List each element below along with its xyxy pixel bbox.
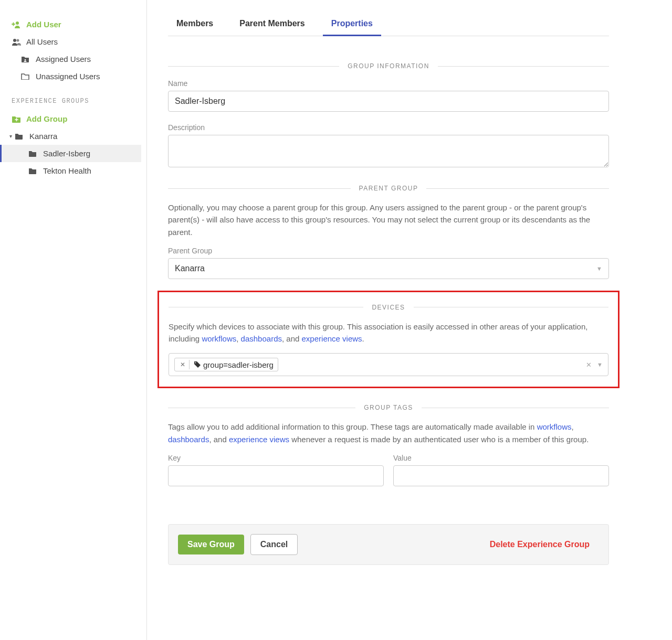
tabs: Members Parent Members Properties	[168, 13, 609, 36]
tag-value-input[interactable]	[393, 465, 609, 486]
link-workflows[interactable]: workflows	[537, 422, 572, 431]
link-workflows[interactable]: workflows	[202, 334, 236, 343]
section-group-information: GROUP INFORMATION	[168, 62, 609, 70]
sidebar-item-label: Add Group	[26, 114, 67, 123]
sidebar-groups-header: EXPERIENCE GROUPS	[5, 85, 141, 110]
sidebar-item-label: Add User	[26, 20, 61, 29]
link-experience-views[interactable]: experience views	[302, 334, 362, 343]
remove-tag-icon[interactable]: ✕	[176, 360, 190, 369]
add-user-icon	[12, 21, 22, 28]
parent-group-select[interactable]: Kanarra ▼	[168, 258, 609, 279]
group-tags-description: Tags allow you to add additional informa…	[168, 421, 609, 445]
sidebar-tree-kanarra[interactable]: ▾ Kanarra	[5, 127, 141, 145]
link-dashboards[interactable]: dashboards	[168, 435, 209, 444]
add-folder-icon	[12, 115, 22, 123]
section-parent-group: PARENT GROUP	[168, 185, 609, 192]
sidebar-add-group[interactable]: Add Group	[5, 110, 141, 127]
label-name: Name	[168, 79, 609, 88]
link-dashboards[interactable]: dashboards	[241, 334, 282, 343]
label-key: Key	[168, 454, 384, 462]
label-value: Value	[393, 454, 609, 462]
parent-group-value: Kanarra	[175, 264, 205, 273]
save-button[interactable]: Save Group	[178, 535, 244, 554]
tab-parent-members[interactable]: Parent Members	[231, 13, 313, 36]
device-tag-chip: ✕ group=sadler-isberg	[174, 358, 278, 371]
sidebar-tree-tekton-health[interactable]: Tekton Health	[5, 162, 141, 179]
svg-point-1	[13, 39, 16, 42]
svg-point-2	[17, 39, 19, 41]
caret-down-icon[interactable]: ▾	[7, 133, 14, 139]
sidebar-item-label: Kanarra	[29, 132, 57, 141]
label-parent-group: Parent Group	[168, 247, 609, 255]
cancel-button[interactable]: Cancel	[250, 534, 298, 555]
description-textarea[interactable]	[168, 135, 609, 167]
sidebar-all-users[interactable]: All Users	[5, 33, 141, 50]
folder-user-icon	[21, 56, 32, 62]
clear-tags-icon[interactable]: ✕	[586, 361, 592, 369]
sidebar-item-label: Unassigned Users	[36, 72, 100, 81]
label-description: Description	[168, 123, 609, 132]
tag-icon	[194, 361, 201, 368]
sidebar-item-label: Assigned Users	[36, 55, 91, 63]
tab-members[interactable]: Members	[168, 13, 222, 36]
sidebar-item-label: Sadler-Isberg	[43, 149, 90, 158]
tag-key-input[interactable]	[168, 465, 384, 486]
sidebar-tree-sadler-isberg[interactable]: Sadler-Isberg	[0, 145, 141, 162]
device-tag-text: group=sadler-isberg	[203, 360, 274, 369]
devices-description: Specify which devices to associate with …	[169, 321, 608, 345]
section-group-tags: GROUP TAGS	[168, 404, 609, 411]
sidebar: Add User All Users Assigned Users Unassi…	[0, 0, 147, 640]
svg-point-4	[195, 362, 196, 364]
parent-group-description: Optionally, you may choose a parent grou…	[168, 201, 609, 238]
name-input[interactable]	[168, 91, 609, 112]
chevron-down-icon: ▼	[596, 265, 602, 272]
svg-point-0	[16, 22, 19, 25]
main-content: Members Parent Members Properties GROUP …	[147, 0, 672, 640]
delete-group-button[interactable]: Delete Experience Group	[480, 535, 599, 554]
link-experience-views[interactable]: experience views	[229, 435, 289, 444]
sidebar-unassigned-users[interactable]: Unassigned Users	[5, 68, 141, 85]
sidebar-assigned-users[interactable]: Assigned Users	[5, 50, 141, 68]
tab-properties[interactable]: Properties	[323, 13, 381, 36]
sidebar-item-label: All Users	[26, 37, 58, 46]
section-devices: DEVICES	[169, 304, 608, 311]
folder-icon	[15, 133, 25, 140]
svg-point-3	[25, 59, 26, 61]
devices-highlight-box: DEVICES Specify which devices to associa…	[158, 291, 620, 389]
actions-bar: Save Group Cancel Delete Experience Grou…	[168, 524, 609, 565]
users-icon	[12, 38, 22, 46]
devices-tag-input[interactable]: ✕ group=sadler-isberg ✕ ▼	[169, 353, 608, 376]
folder-icon	[28, 150, 39, 157]
dropdown-icon[interactable]: ▼	[597, 361, 603, 368]
sidebar-item-label: Tekton Health	[43, 166, 91, 175]
sidebar-add-user[interactable]: Add User	[5, 16, 141, 33]
folder-icon	[28, 167, 39, 174]
folder-open-icon	[21, 73, 32, 80]
